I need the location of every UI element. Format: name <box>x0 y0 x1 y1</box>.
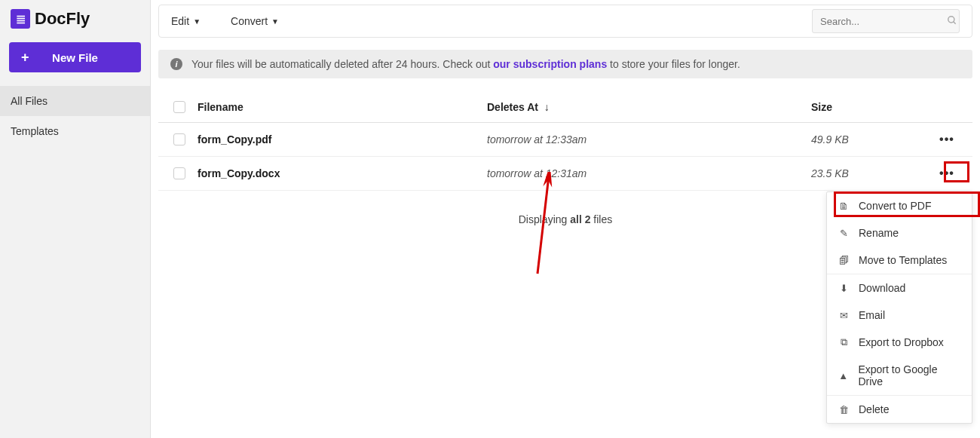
menu-move-templates[interactable]: 🗐 Move to Templates <box>827 247 972 274</box>
banner-text: Your files will be automatically deleted… <box>191 58 740 70</box>
file-size: 49.9 KB <box>811 133 924 145</box>
edit-dropdown[interactable]: Edit ▼ <box>171 15 201 27</box>
info-icon: i <box>170 58 182 70</box>
file-name[interactable]: form_Copy.pdf <box>198 133 487 145</box>
menu-download[interactable]: ⬇ Download <box>827 274 972 302</box>
logo-text: DocFly <box>35 9 90 29</box>
files-table: Filename Deletes At ↓ Size form_Copy.pdf… <box>158 92 972 191</box>
file-deletes: tomorrow at 12:33am <box>487 133 811 145</box>
table-row[interactable]: form_Copy.pdf tomorrow at 12:33am 49.9 K… <box>158 123 972 157</box>
menu-convert-pdf[interactable]: 🗎 Convert to PDF <box>827 192 972 219</box>
info-banner: i Your files will be automatically delet… <box>158 50 972 78</box>
context-menu: 🗎 Convert to PDF ✎ Rename 🗐 Move to Temp… <box>826 191 972 424</box>
header-filename[interactable]: Filename <box>198 101 487 113</box>
envelope-icon: ✉ <box>838 310 850 321</box>
gdrive-icon: ▲ <box>838 370 849 381</box>
more-actions-button[interactable]: ••• <box>939 133 954 145</box>
more-actions-button[interactable]: ••• <box>939 167 954 179</box>
svg-line-1 <box>954 21 956 23</box>
table-header: Filename Deletes At ↓ Size <box>158 92 972 123</box>
trash-icon: 🗑 <box>838 404 850 415</box>
logo-icon: ≣ <box>11 9 30 29</box>
row-checkbox[interactable] <box>173 133 185 145</box>
header-deletes[interactable]: Deletes At ↓ <box>487 101 811 113</box>
plus-icon: + <box>21 50 29 66</box>
search-icon <box>947 15 957 28</box>
sort-desc-icon: ↓ <box>544 101 550 113</box>
menu-export-gdrive[interactable]: ▲ Export to Google Drive <box>827 356 972 395</box>
file-icon: 🗎 <box>838 201 850 212</box>
new-file-label: New File <box>52 51 98 64</box>
file-size: 23.5 KB <box>811 167 924 179</box>
file-deletes: tomorrow at 12:31am <box>487 167 811 179</box>
logo: ≣ DocFly <box>0 0 150 42</box>
subscription-link[interactable]: our subscription plans <box>493 58 607 70</box>
main-content: Edit ▼ Convert ▼ i Your files will be au… <box>151 0 980 438</box>
sidebar-item-all-files[interactable]: All Files <box>0 86 150 116</box>
dropbox-icon: ⧉ <box>838 336 850 348</box>
menu-delete[interactable]: 🗑 Delete <box>827 395 972 423</box>
table-row[interactable]: form_Copy.docx tomorrow at 12:31am 23.5 … <box>158 157 972 191</box>
search-input[interactable] <box>820 16 947 27</box>
convert-dropdown[interactable]: Convert ▼ <box>231 15 279 27</box>
menu-export-dropbox[interactable]: ⧉ Export to Dropbox <box>827 329 972 356</box>
row-checkbox[interactable] <box>173 167 185 179</box>
new-file-button[interactable]: + New File <box>9 42 141 72</box>
header-size[interactable]: Size <box>811 101 924 113</box>
document-icon: 🗐 <box>838 255 850 266</box>
file-name[interactable]: form_Copy.docx <box>198 167 487 179</box>
caret-down-icon: ▼ <box>271 17 279 26</box>
search-box[interactable] <box>812 9 960 33</box>
sidebar: ≣ DocFly + New File All Files Templates <box>0 0 151 438</box>
menu-rename[interactable]: ✎ Rename <box>827 219 972 247</box>
toolbar: Edit ▼ Convert ▼ <box>158 5 972 38</box>
caret-down-icon: ▼ <box>193 17 201 26</box>
sidebar-item-templates[interactable]: Templates <box>0 116 150 146</box>
svg-point-0 <box>948 16 954 22</box>
select-all-checkbox[interactable] <box>173 101 185 113</box>
pencil-icon: ✎ <box>838 228 850 239</box>
download-icon: ⬇ <box>838 283 850 294</box>
menu-email[interactable]: ✉ Email <box>827 302 972 329</box>
